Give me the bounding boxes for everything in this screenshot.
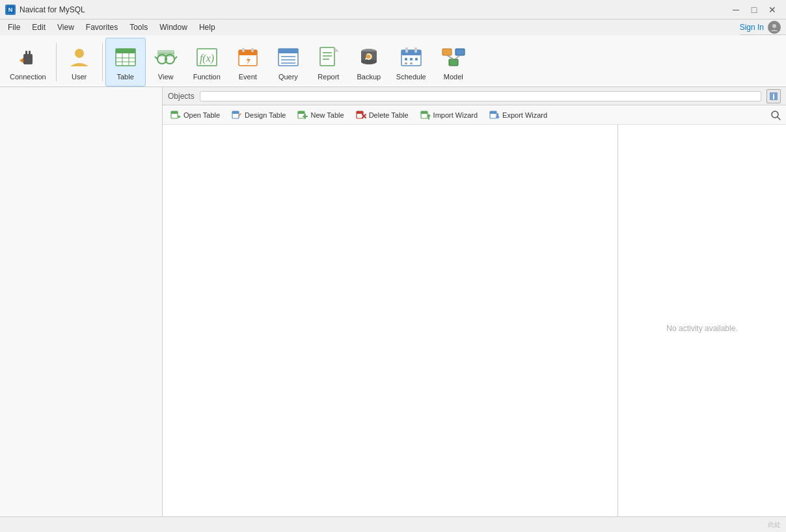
svg-rect-25	[242, 48, 245, 52]
delete-table-button[interactable]: Delete Table	[351, 108, 414, 122]
title-bar: N Navicat for MySQL ─ □ ✕	[0, 0, 786, 20]
toolbar-query[interactable]: Query	[268, 38, 308, 86]
svg-point-7	[75, 49, 84, 58]
model-icon	[440, 44, 467, 70]
schedule-icon	[398, 44, 424, 70]
toolbar-schedule[interactable]: Schedule	[389, 38, 433, 86]
close-button[interactable]: ✕	[764, 3, 781, 16]
new-table-label: New Table	[310, 111, 344, 119]
svg-line-56	[455, 55, 460, 59]
menu-view[interactable]: View	[52, 21, 79, 33]
window-title: Navicat for MySQL	[20, 5, 85, 14]
toolbar-user-label: User	[72, 73, 87, 81]
svg-rect-4	[25, 51, 27, 55]
svg-rect-26	[251, 48, 254, 52]
menu-favorites[interactable]: Favorites	[81, 21, 123, 33]
svg-rect-52	[442, 49, 452, 55]
content-split: No activity available.	[163, 125, 786, 532]
body-area: Objects	[0, 87, 786, 532]
svg-marker-37	[334, 47, 338, 51]
user-icon	[66, 44, 92, 70]
event-icon	[235, 44, 261, 70]
toolbar-report-label: Report	[318, 73, 339, 81]
avatar	[768, 21, 781, 34]
minimize-button[interactable]: ─	[727, 3, 744, 16]
svg-line-83	[778, 117, 780, 120]
toolbar-backup-label: Backup	[357, 73, 381, 81]
toolbar-view[interactable]: View	[146, 38, 186, 86]
import-wizard-button[interactable]: Import Wizard	[415, 108, 483, 122]
table-icon	[113, 44, 139, 70]
toolbar-report[interactable]: Report	[308, 38, 349, 86]
objects-bar: Objects	[163, 87, 786, 105]
no-activity-message: No activity available.	[666, 324, 737, 333]
toolbar-event[interactable]: Event	[228, 38, 268, 86]
separator-2	[102, 43, 103, 81]
sign-in-button[interactable]: Sign In	[740, 23, 764, 32]
open-table-icon	[170, 110, 181, 120]
window-controls: ─ □ ✕	[727, 3, 781, 16]
menu-tools[interactable]: Tools	[124, 21, 153, 33]
export-wizard-button[interactable]: Export Wizard	[484, 108, 552, 122]
design-table-label: Design Table	[245, 111, 286, 119]
svg-line-18	[174, 57, 177, 59]
menu-edit[interactable]: Edit	[27, 21, 51, 33]
new-table-button[interactable]: New Table	[292, 108, 349, 122]
design-table-button[interactable]: Design Table	[226, 108, 291, 122]
open-table-label: Open Table	[183, 111, 220, 119]
svg-rect-53	[455, 49, 465, 55]
objects-label: Objects	[168, 92, 195, 101]
delete-table-label: Delete Table	[369, 111, 409, 119]
toolbar-user[interactable]: User	[59, 38, 100, 86]
svg-text:f(x): f(x)	[200, 53, 214, 64]
delete-table-icon	[356, 110, 366, 120]
toolbar-schedule-label: Schedule	[396, 73, 426, 81]
svg-rect-54	[449, 59, 458, 66]
toolbar-backup[interactable]: Backup	[349, 38, 389, 86]
backup-icon	[356, 44, 382, 70]
svg-line-55	[447, 55, 454, 59]
toolbar-function[interactable]: f(x) Function	[186, 38, 228, 86]
toolbar-event-label: Event	[239, 73, 257, 81]
app-container: N Navicat for MySQL ─ □ ✕ File Edit View…	[0, 0, 786, 532]
import-wizard-label: Import Wizard	[433, 111, 478, 119]
search-button[interactable]	[768, 107, 783, 123]
sidebar	[0, 87, 163, 516]
toolbar-view-label: View	[158, 73, 174, 81]
status-bar: 此处	[0, 516, 786, 532]
watermark: 此处	[768, 520, 781, 529]
query-icon	[275, 44, 301, 70]
svg-rect-67	[298, 111, 305, 114]
separator-1	[56, 43, 57, 81]
svg-rect-47	[405, 58, 407, 60]
svg-rect-51	[410, 62, 413, 64]
toolbar-connection[interactable]: Connection	[3, 38, 53, 86]
report-icon	[316, 44, 342, 70]
new-table-icon	[297, 110, 308, 120]
app-icon: N	[5, 5, 16, 15]
svg-marker-6	[20, 58, 23, 63]
svg-rect-61	[171, 111, 178, 114]
toolbar-query-label: Query	[278, 73, 298, 81]
svg-rect-49	[415, 58, 418, 60]
toolbar-model[interactable]: Model	[433, 38, 474, 86]
menu-file[interactable]: File	[3, 21, 25, 33]
info-button[interactable]	[766, 89, 781, 103]
toolbar-model-label: Model	[444, 73, 463, 81]
svg-rect-46	[414, 47, 417, 53]
menu-window[interactable]: Window	[154, 21, 193, 33]
svg-rect-9	[116, 49, 135, 53]
menu-help[interactable]: Help	[194, 21, 221, 33]
toolbar-table-label: Table	[117, 73, 134, 81]
svg-rect-3	[23, 54, 33, 64]
maximize-button[interactable]: □	[746, 3, 763, 16]
export-wizard-icon	[489, 110, 500, 120]
open-table-button[interactable]: Open Table	[165, 108, 225, 122]
svg-rect-24	[239, 50, 257, 55]
svg-rect-45	[405, 47, 408, 53]
connection-icon	[15, 44, 41, 70]
toolbar-table[interactable]: Table	[105, 38, 146, 86]
svg-rect-79	[490, 111, 496, 114]
toolbar-function-label: Function	[193, 73, 221, 81]
svg-rect-48	[410, 58, 413, 60]
